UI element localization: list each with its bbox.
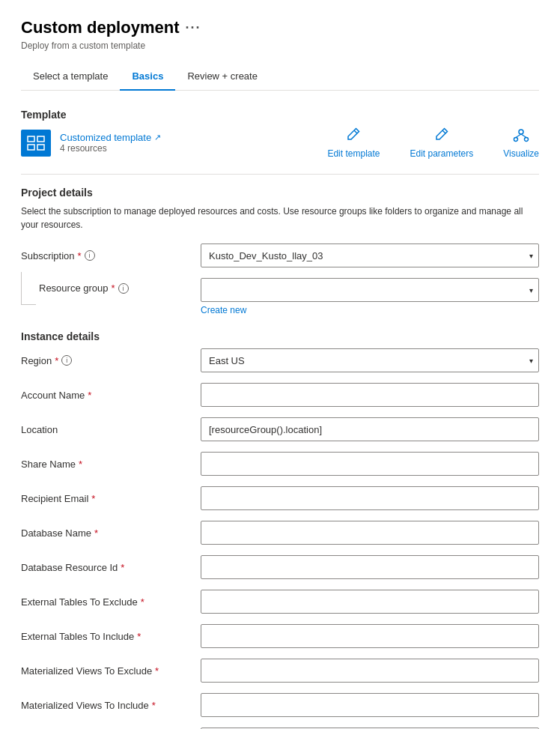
external-tables-exclude-control [201, 590, 539, 614]
resource-group-info-icon[interactable]: i [118, 283, 129, 294]
share-name-row: Share Name * [21, 452, 539, 476]
database-resource-id-required-star: * [121, 562, 124, 573]
database-resource-id-input[interactable] [201, 555, 539, 579]
edit-template-icon [346, 127, 361, 145]
instance-details-section: Instance details Region * i East US ▾ Ac… [21, 330, 539, 729]
project-details-desc: Select the subscription to manage deploy… [21, 205, 539, 232]
subscription-info-icon[interactable]: i [85, 250, 95, 261]
instance-details-header: Instance details [21, 330, 539, 342]
visualize-button[interactable]: Visualize [503, 127, 539, 159]
external-tables-include-row: External Tables To Include * [21, 624, 539, 648]
svg-rect-2 [28, 145, 34, 150]
svg-line-9 [516, 134, 521, 138]
location-control [201, 417, 539, 441]
account-name-control [201, 383, 539, 407]
external-tables-exclude-row: External Tables To Exclude * [21, 590, 539, 614]
tab-select-template[interactable]: Select a template [21, 63, 120, 91]
template-card: Customized template ↗ 4 resources [21, 130, 327, 157]
external-tables-exclude-required-star: * [141, 596, 144, 608]
visualize-icon [513, 127, 529, 145]
database-resource-id-label: Database Resource Id * [21, 562, 201, 573]
materialized-views-exclude-label: Materialized Views To Exclude * [21, 665, 201, 677]
template-icon [21, 130, 51, 157]
project-details-header: Project details [21, 187, 539, 199]
template-section-header: Template [21, 109, 539, 121]
materialized-views-include-row: Materialized Views To Include * [21, 693, 539, 717]
svg-rect-0 [28, 136, 34, 142]
subscription-row: Subscription * i Kusto_Dev_Kusto_llay_03… [21, 243, 539, 267]
recipient-email-required-star: * [91, 493, 95, 504]
database-name-input[interactable] [201, 521, 539, 545]
region-info-icon[interactable]: i [61, 355, 72, 366]
resource-group-dropdown-wrap: ▾ [201, 278, 539, 302]
resource-group-control: ▾ Create new [201, 278, 539, 315]
materialized-views-exclude-required-star: * [155, 665, 159, 677]
resource-group-container: Resource group * i ▾ Create new [21, 278, 539, 315]
location-row: Location [21, 417, 539, 441]
tab-basics[interactable]: Basics [120, 63, 175, 91]
external-tables-include-input[interactable] [201, 624, 539, 648]
svg-point-8 [525, 138, 529, 142]
external-link-icon: ↗ [154, 133, 161, 142]
materialized-views-exclude-control [201, 659, 539, 683]
resource-group-dropdown[interactable] [201, 278, 539, 302]
svg-point-7 [514, 138, 518, 142]
materialized-views-include-control [201, 693, 539, 717]
subscription-label: Subscription * i [21, 250, 201, 261]
location-input[interactable] [201, 417, 539, 441]
database-name-control [201, 521, 539, 545]
recipient-email-row: Recipient Email * [21, 486, 539, 510]
subscription-control: Kusto_Dev_Kusto_llay_03 ▾ [201, 243, 539, 267]
tab-review-create[interactable]: Review + create [175, 63, 270, 91]
svg-line-10 [521, 134, 526, 138]
account-name-input[interactable] [201, 383, 539, 407]
subscription-required-star: * [78, 250, 82, 261]
recipient-email-input[interactable] [201, 486, 539, 510]
region-required-star: * [55, 355, 58, 366]
svg-rect-3 [37, 145, 44, 150]
tabs-nav: Select a template Basics Review + create [21, 63, 539, 91]
account-name-row: Account Name * [21, 383, 539, 407]
external-tables-include-label: External Tables To Include * [21, 631, 201, 642]
region-row: Region * i East US ▾ [21, 348, 539, 372]
subscription-dropdown[interactable]: Kusto_Dev_Kusto_llay_03 [201, 243, 539, 267]
external-tables-include-required-star: * [137, 631, 141, 642]
recipient-email-control [201, 486, 539, 510]
share-name-required-star: * [79, 459, 82, 470]
subscription-dropdown-wrap: Kusto_Dev_Kusto_llay_03 ▾ [201, 243, 539, 267]
database-name-required-star: * [94, 527, 98, 539]
edit-template-button[interactable]: Edit template [327, 127, 380, 159]
create-new-link[interactable]: Create new [201, 305, 539, 315]
share-name-input[interactable] [201, 452, 539, 476]
template-name-link[interactable]: Customized template ↗ [60, 132, 161, 143]
materialized-views-exclude-row: Materialized Views To Exclude * [21, 659, 539, 683]
database-name-row: Database Name * [21, 521, 539, 545]
svg-line-5 [442, 130, 445, 133]
account-name-required-star: * [88, 390, 91, 401]
resource-group-label: Resource group * i [36, 278, 216, 294]
template-actions: Edit template Edit parameters [327, 127, 539, 159]
location-label: Location [21, 424, 201, 435]
database-resource-id-row: Database Resource Id * [21, 555, 539, 579]
external-tables-exclude-label: External Tables To Exclude * [21, 596, 201, 608]
region-dropdown[interactable]: East US [201, 348, 539, 372]
resource-group-required-star: * [112, 282, 115, 294]
database-name-label: Database Name * [21, 527, 201, 539]
template-resources: 4 resources [60, 143, 161, 154]
page-subtitle: Deploy from a custom template [21, 40, 539, 51]
database-resource-id-control [201, 555, 539, 579]
template-section: Template Customized template ↗ 4 resourc… [21, 109, 539, 159]
share-name-label: Share Name * [21, 459, 201, 470]
external-tables-exclude-input[interactable] [201, 590, 539, 614]
external-tables-include-control [201, 624, 539, 648]
materialized-views-exclude-input[interactable] [201, 659, 539, 683]
materialized-views-include-label: Materialized Views To Include * [21, 700, 201, 711]
edit-parameters-button[interactable]: Edit parameters [410, 127, 473, 159]
page-title-dots: ··· [185, 20, 201, 36]
project-details-section: Project details Select the subscription … [21, 187, 539, 315]
edit-parameters-icon [434, 127, 449, 145]
template-grid-icon [27, 136, 45, 151]
region-dropdown-wrap: East US ▾ [201, 348, 539, 372]
materialized-views-include-input[interactable] [201, 693, 539, 717]
region-control: East US ▾ [201, 348, 539, 372]
